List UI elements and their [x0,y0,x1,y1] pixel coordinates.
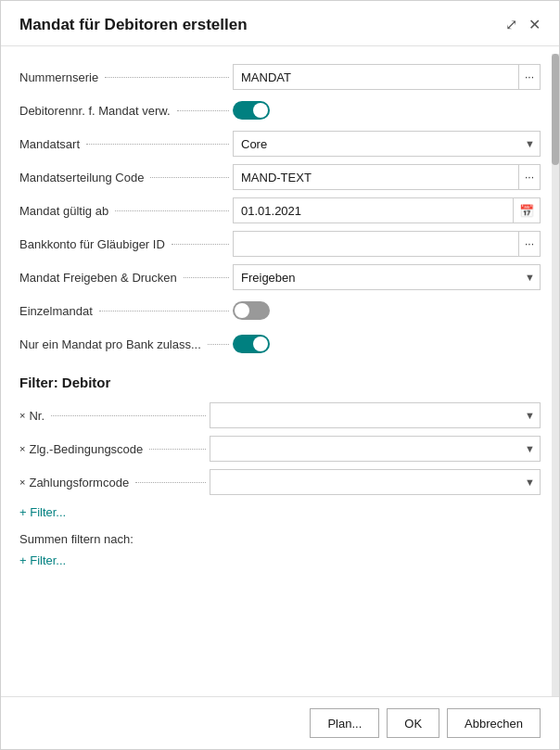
filter-debitor-section-header: Filter: Debitor [19,375,541,390]
scrollbar[interactable] [552,54,559,696]
filter-zahlungsformcode-label: Zahlungsformcode [29,476,210,489]
filter-nr-select[interactable] [210,402,541,428]
nur-ein-mandat-label: Nur ein Mandat pro Bank zulass... [19,337,233,351]
einzelmandat-label: Einzelmandat [19,304,233,318]
filter-nr-value: ▼ [210,402,541,428]
nur-ein-mandat-row: Nur ein Mandat pro Bank zulass... [19,328,541,360]
nur-ein-mandat-toggle[interactable] [233,335,270,353]
debitorennr-toggle[interactable] [233,101,270,120]
mandatserteilung-ellipsis-btn[interactable]: ··· [518,164,541,190]
debitorennr-label: Debitorennr. f. Mandat verw. [19,104,233,118]
nummernserie-label: Nummernserie [19,70,233,84]
bankkonto-input[interactable] [233,231,518,257]
filter-zahlungsformcode-row: × Zahlungsformcode ▼ [19,466,541,498]
mandat-gueltig-label: Mandat gültig ab [19,204,233,218]
bankkonto-ellipsis-btn[interactable]: ··· [518,231,541,257]
debitorennr-toggle-slider [233,101,270,120]
mandat-freigeben-label: Mandat Freigeben & Drucken [19,271,233,285]
mandatsart-label: Mandatsart [19,137,233,151]
nur-ein-mandat-value [233,335,541,353]
bankkonto-input-group: ··· [233,231,541,257]
mandat-freigeben-select[interactable]: Freigeben Drucken Nichts [233,264,541,290]
filter-nr-remove-btn[interactable]: × [19,410,25,421]
nur-ein-mandat-toggle-slider [233,335,270,353]
bankkonto-row: Bankkonto für Gläubiger ID ··· [19,228,541,260]
mandat-gueltig-date-group: 📅 [233,197,541,223]
mandat-gueltig-value: 📅 [233,197,541,223]
mandatsart-value: Core B2B COR1 ▼ [233,131,541,157]
mandat-gueltig-row: Mandat gültig ab 📅 [19,195,541,226]
einzelmandat-value [233,301,541,320]
debitorennr-row: Debitorennr. f. Mandat verw. [19,95,541,126]
ok-button[interactable]: OK [387,708,439,738]
filter-nr-label: Nr. [29,409,210,423]
mandatsart-select[interactable]: Core B2B COR1 [233,131,541,157]
nummernserie-ellipsis-btn[interactable]: ··· [518,64,541,90]
mandatserteilung-input[interactable] [233,164,518,190]
dialog-header: Mandat für Debitoren erstellen ⤢ ✕ [1,1,559,46]
filter-zlg-row: × Zlg.-Bedingungscode ▼ [19,433,541,464]
dialog-body: Nummernserie ··· Debitorennr. f. Mandat … [1,46,559,696]
nummernserie-input[interactable] [233,64,518,90]
mandatserteilung-value: ··· [233,164,541,190]
dialog: Mandat für Debitoren erstellen ⤢ ✕ Numme… [0,0,560,750]
add-summen-filter-btn[interactable]: + Filter... [19,553,66,567]
mandat-freigeben-value: Freigeben Drucken Nichts ▼ [233,264,541,290]
filter-zlg-label: Zlg.-Bedingungscode [29,442,210,456]
nummernserie-value: ··· [233,64,541,90]
filter-zlg-select-wrap: ▼ [210,436,541,462]
expand-icon[interactable]: ⤢ [505,18,517,32]
scrollbar-thumb[interactable] [552,54,559,165]
mandatserteilung-input-group: ··· [233,164,541,190]
einzelmandat-row: Einzelmandat [19,295,541,326]
filter-nr-select-wrap: ▼ [210,402,541,428]
einzelmandat-toggle-slider [233,301,270,320]
add-filter-btn[interactable]: + Filter... [19,505,66,519]
einzelmandat-toggle-wrap [233,301,270,320]
dialog-footer: Plan... OK Abbrechen [1,696,559,749]
filter-zahlungsformcode-value: ▼ [210,469,541,495]
mandatsart-select-wrap: Core B2B COR1 ▼ [233,131,541,157]
filter-zlg-value: ▼ [210,436,541,462]
mandatserteilung-label: Mandatserteilung Code [19,171,233,184]
plan-button[interactable]: Plan... [310,708,379,738]
mandat-freigeben-row: Mandat Freigeben & Drucken Freigeben Dru… [19,261,541,293]
debitorennr-toggle-wrap [233,101,270,120]
abbrechen-button[interactable]: Abbrechen [447,708,541,738]
calendar-icon-btn[interactable]: 📅 [513,197,541,223]
mandatserteilung-row: Mandatserteilung Code ··· [19,161,541,193]
close-icon[interactable]: ✕ [528,18,541,32]
filter-zlg-remove-btn[interactable]: × [19,443,25,454]
einzelmandat-toggle[interactable] [233,301,270,320]
dialog-title: Mandat für Debitoren erstellen [19,16,248,34]
filter-zahlungsformcode-select-wrap: ▼ [210,469,541,495]
nur-ein-mandat-toggle-wrap [233,335,270,353]
mandatsart-row: Mandatsart Core B2B COR1 ▼ [19,128,541,159]
summen-label: Summen filtern nach: [19,532,541,546]
bankkonto-value: ··· [233,231,541,257]
mandat-gueltig-input[interactable] [233,197,513,223]
filter-nr-row: × Nr. ▼ [19,400,541,431]
dialog-header-icons: ⤢ ✕ [505,18,541,32]
bankkonto-label: Bankkonto für Gläubiger ID [19,237,233,251]
nummernserie-row: Nummernserie ··· [19,61,541,93]
nummernserie-input-group: ··· [233,64,541,90]
mandat-freigeben-select-wrap: Freigeben Drucken Nichts ▼ [233,264,541,290]
debitorennr-value [233,101,541,120]
filter-zahlungsformcode-select[interactable] [210,469,541,495]
filter-zahlungsformcode-remove-btn[interactable]: × [19,477,25,488]
filter-zlg-select[interactable] [210,436,541,462]
